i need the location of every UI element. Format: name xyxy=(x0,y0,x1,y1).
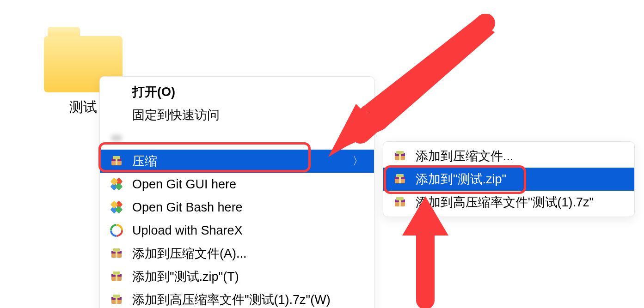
menu-item-open[interactable]: 打开(O) xyxy=(100,80,374,103)
svg-rect-7 xyxy=(115,183,123,190)
svg-rect-28 xyxy=(116,297,117,304)
svg-rect-40 xyxy=(399,200,401,206)
menu-item-label: 添加到高压缩率文件"测试(1).7z"(W) xyxy=(132,291,365,308)
menu-item-label: Upload with ShareX xyxy=(132,223,365,238)
svg-rect-31 xyxy=(396,151,404,154)
menu-item-add-zip[interactable]: 添加到"测试.zip"(T) xyxy=(100,265,374,288)
submenu-item-label: 添加到高压缩率文件"测试(1).7z" xyxy=(416,194,625,211)
archive-icon xyxy=(393,172,407,187)
menu-item-compress[interactable]: 压缩 〉 xyxy=(100,150,374,173)
svg-rect-27 xyxy=(113,295,120,298)
svg-rect-8 xyxy=(110,178,118,185)
context-menu: 打开(O) 固定到快速访问 压缩 〉 xyxy=(99,76,374,308)
svg-rect-3 xyxy=(113,156,120,159)
menu-item-label: 打开(O) xyxy=(132,84,365,100)
menu-item-label: Open Git Bash here xyxy=(132,200,365,215)
menu-item-redacted[interactable] xyxy=(100,127,374,150)
menu-item-label: 添加到压缩文件(A)... xyxy=(132,245,365,262)
svg-rect-32 xyxy=(399,154,401,160)
menu-item-git-gui[interactable]: Open Git GUI here xyxy=(100,173,374,196)
svg-rect-23 xyxy=(113,272,120,275)
sharex-icon xyxy=(109,223,124,238)
archive-icon xyxy=(109,269,124,284)
menu-item-add-7z[interactable]: 添加到高压缩率文件"测试(1).7z"(W) xyxy=(100,288,374,308)
menu-item-pin-quick-access[interactable]: 固定到快速访问 xyxy=(100,103,374,127)
svg-rect-24 xyxy=(116,274,117,281)
archive-icon xyxy=(393,195,407,210)
menu-item-label: 压缩 xyxy=(132,153,353,169)
archive-icon xyxy=(393,149,407,163)
menu-item-add-archive[interactable]: 添加到压缩文件(A)... xyxy=(100,242,374,265)
svg-line-43 xyxy=(361,23,485,134)
context-submenu: 添加到压缩文件... 添加到"测试.zip" 添加到高压缩率文件"测试(1).7… xyxy=(383,141,635,217)
submenu-item-add-archive[interactable]: 添加到压缩文件... xyxy=(383,145,634,168)
redacted-icon xyxy=(109,131,124,145)
submenu-item-add-7z[interactable]: 添加到高压缩率文件"测试(1).7z" xyxy=(383,191,634,214)
submenu-item-add-zip[interactable]: 添加到"测试.zip" xyxy=(383,168,634,191)
svg-rect-36 xyxy=(399,177,401,183)
menu-item-label: Open Git GUI here xyxy=(132,177,365,192)
svg-rect-4 xyxy=(116,159,117,165)
svg-rect-0 xyxy=(111,135,122,141)
menu-item-sharex[interactable]: Upload with ShareX xyxy=(100,219,374,242)
svg-rect-20 xyxy=(116,251,117,258)
submenu-item-label: 添加到"测试.zip" xyxy=(416,171,625,187)
svg-rect-12 xyxy=(110,201,118,208)
chevron-right-icon: 〉 xyxy=(353,154,365,168)
archive-icon xyxy=(109,292,124,307)
svg-rect-39 xyxy=(396,197,404,200)
git-icon xyxy=(109,177,124,192)
menu-item-label: 添加到"测试.zip"(T) xyxy=(132,268,365,285)
archive-icon xyxy=(109,154,124,169)
menu-item-label: 固定到快速访问 xyxy=(132,107,365,123)
archive-icon xyxy=(109,246,124,261)
menu-item-git-bash[interactable]: Open Git Bash here xyxy=(100,196,374,219)
submenu-item-label: 添加到压缩文件... xyxy=(416,148,625,164)
svg-rect-11 xyxy=(115,206,123,213)
svg-rect-19 xyxy=(113,248,120,252)
svg-rect-35 xyxy=(396,174,404,177)
git-icon xyxy=(109,200,124,215)
